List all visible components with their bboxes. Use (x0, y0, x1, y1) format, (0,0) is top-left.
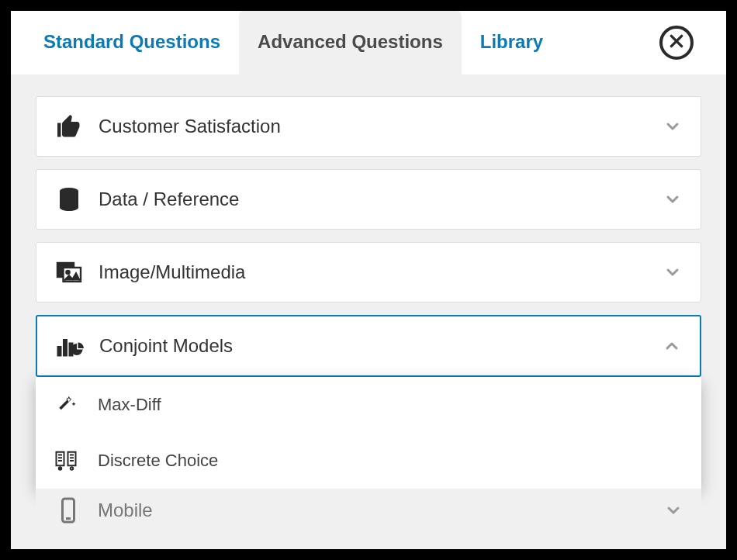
category-image-multimedia[interactable]: Image/Multimedia (36, 242, 701, 302)
close-icon (669, 33, 684, 52)
conjoint-subpanel: Max-Diff Discrete Choice (36, 377, 701, 489)
svg-rect-7 (57, 452, 64, 466)
database-icon (55, 185, 89, 213)
chevron-down-icon (663, 263, 682, 282)
mobile-icon (54, 496, 88, 524)
chevron-down-icon (664, 501, 683, 520)
svg-point-3 (66, 271, 69, 274)
subitem-label: Max-Diff (88, 395, 161, 415)
tab-advanced-questions[interactable]: Advanced Questions (239, 11, 462, 74)
category-customer-satisfaction[interactable]: Customer Satisfaction (36, 96, 701, 157)
svg-point-16 (71, 467, 74, 470)
category-label: Image/Multimedia (89, 261, 663, 283)
discrete-choice-icon (54, 448, 88, 473)
svg-rect-8 (68, 452, 76, 466)
category-mobile[interactable]: Mobile (36, 489, 701, 524)
subitem-label: Discrete Choice (88, 451, 218, 471)
close-button[interactable] (659, 26, 694, 60)
subitem-max-diff[interactable]: Max-Diff (36, 377, 701, 433)
chevron-down-icon (663, 190, 682, 209)
category-conjoint-models[interactable]: Conjoint Models (36, 315, 701, 377)
chevron-down-icon (663, 117, 682, 136)
category-label: Conjoint Models (90, 335, 663, 357)
category-label: Customer Satisfaction (89, 116, 663, 137)
content-panel: Customer Satisfaction Data / Reference (11, 74, 726, 549)
magic-wand-icon (54, 392, 88, 417)
multimedia-icon (55, 258, 89, 286)
subitem-discrete-choice[interactable]: Discrete Choice (36, 433, 701, 489)
svg-rect-5 (63, 339, 67, 357)
chart-icon (56, 332, 90, 360)
category-label: Data / Reference (89, 188, 663, 210)
tab-library[interactable]: Library (462, 11, 562, 74)
chevron-up-icon (663, 337, 681, 355)
tab-standard-questions[interactable]: Standard Questions (36, 11, 239, 74)
thumbs-up-icon (55, 112, 89, 140)
category-label: Mobile (88, 500, 664, 521)
svg-point-15 (59, 467, 62, 470)
tabs-row: Standard Questions Advanced Questions Li… (11, 11, 726, 74)
svg-rect-4 (57, 346, 62, 357)
category-data-reference[interactable]: Data / Reference (36, 169, 701, 230)
